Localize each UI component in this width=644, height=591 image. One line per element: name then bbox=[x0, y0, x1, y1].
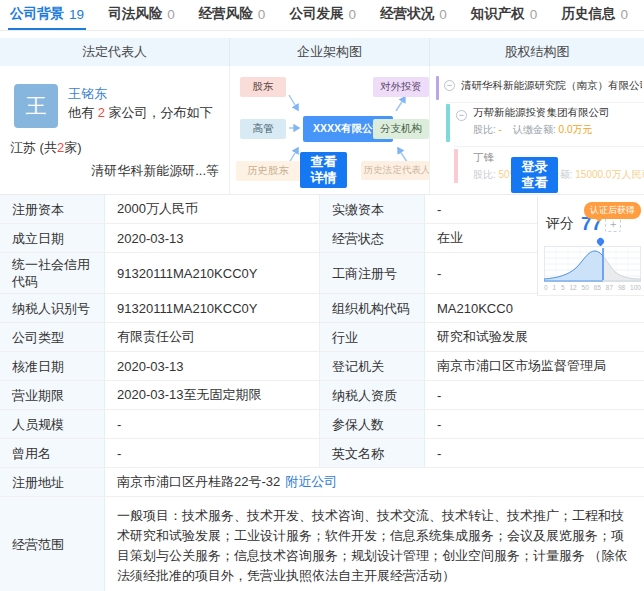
tab-count: 0 bbox=[530, 7, 538, 22]
tab-operating-risk[interactable]: 经营风险 0 bbox=[197, 0, 268, 30]
equity-child-name[interactable]: 万帮新能源投资集团有限公司 bbox=[473, 106, 610, 120]
amount-value: 15000.0万人民币 bbox=[575, 169, 644, 180]
score-widget: 认证后获得 评分 77 + 0 bbox=[537, 197, 644, 296]
org-node-executives[interactable]: 高管 bbox=[240, 119, 286, 139]
org-node-outbound-investment[interactable]: 对外投资 bbox=[373, 77, 429, 97]
field-label: 工商注册号 bbox=[320, 253, 425, 294]
field-label: 组织机构代码 bbox=[320, 294, 425, 323]
tab-intellectual-property[interactable]: 知识产权 0 bbox=[469, 0, 540, 30]
equity-root-name[interactable]: 清研华科新能源研究院（南京）有限公司 bbox=[461, 79, 642, 93]
equity-child-detail: 股比: - 认缴金额: 0.0万元 bbox=[473, 123, 593, 137]
equity-child-detail: 股比: 50% 认缴金额: 15000.0万人民币 bbox=[473, 168, 644, 182]
field-label: 纳税人识别号 bbox=[0, 294, 105, 323]
org-chart: 股东 高管 历史股东 XXXX有限公司 对外投资 分支机构 历史法定代表人 查看… bbox=[230, 66, 430, 194]
field-value: 2020-03-13 bbox=[105, 352, 320, 381]
field-label: 登记机关 bbox=[320, 352, 425, 381]
field-label: 人员规模 bbox=[0, 410, 105, 439]
field-label: 参保人数 bbox=[320, 410, 425, 439]
legal-rep-region: 江苏 (共2家) bbox=[0, 139, 229, 157]
field-label: 实缴资本 bbox=[320, 195, 425, 224]
field-label: 行业 bbox=[320, 323, 425, 352]
equity-chart: − 清研华科新能源研究院（南京）有限公司 − 万帮新能源投资集团有限公司 股比:… bbox=[430, 66, 644, 194]
tab-label: 知识产权 bbox=[471, 5, 525, 23]
legal-rep-card: 王 王铭东 他有 2 家公司，分布如下 江苏 (共2家) 清研华科新能源研...… bbox=[0, 66, 230, 194]
org-node-shareholders[interactable]: 股东 bbox=[240, 77, 286, 97]
org-node-history-legal-rep[interactable]: 历史法定代表人 bbox=[361, 161, 430, 180]
avatar: 王 bbox=[14, 84, 58, 128]
field-label: 成立日期 bbox=[0, 224, 105, 253]
tab-label: 公司发展 bbox=[289, 5, 343, 23]
field-label: 统一社会信用代码 bbox=[0, 253, 105, 294]
col-header-org-chart: 企业架构图 bbox=[230, 38, 430, 66]
table-row: 曾用名 - 英文名称 - bbox=[0, 439, 644, 468]
field-value: 南京市浦口区市场监督管理局 bbox=[425, 352, 644, 381]
tab-company-development[interactable]: 公司发展 0 bbox=[287, 0, 358, 30]
field-value: - bbox=[425, 439, 644, 468]
col-header-legal-rep: 法定代表人 bbox=[0, 38, 230, 66]
table-row-address: 注册地址 南京市浦口区丹桂路22号-32 附近公司 bbox=[0, 468, 644, 497]
field-value: - bbox=[425, 410, 644, 439]
collapse-icon[interactable]: − bbox=[444, 80, 455, 91]
equity-child-name[interactable]: 丁锋 bbox=[473, 151, 494, 165]
ratio-value: - bbox=[499, 124, 502, 135]
tab-count: 19 bbox=[69, 7, 84, 22]
tab-operating-status[interactable]: 经营状况 0 bbox=[378, 0, 449, 30]
field-value: - bbox=[105, 439, 320, 468]
login-to-view-button[interactable]: 登录查看 bbox=[511, 157, 558, 193]
field-value: 91320111MA210KCC0Y bbox=[105, 253, 320, 294]
org-node-branches[interactable]: 分支机构 bbox=[373, 119, 429, 139]
certification-badge: 认证后获得 bbox=[584, 202, 641, 219]
business-scope-text: 一般项目：技术服务、技术开发、技术咨询、技术交流、技术转让、技术推广；工程和技术… bbox=[105, 497, 644, 591]
org-node-history-shareholders[interactable]: 历史股东 bbox=[236, 161, 300, 181]
legal-rep-description: 他有 2 家公司，分布如下 bbox=[68, 103, 221, 122]
equity-bar-root bbox=[436, 76, 439, 100]
field-value: 2000万人民币 bbox=[105, 195, 320, 224]
field-label: 纳税人资质 bbox=[320, 381, 425, 410]
field-label: 经营范围 bbox=[0, 497, 105, 591]
equity-bar-child2 bbox=[454, 149, 458, 183]
legal-rep-name-link[interactable]: 王铭东 bbox=[68, 86, 107, 101]
score-distribution-chart bbox=[544, 246, 641, 282]
tab-judicial-risk[interactable]: 司法风险 0 bbox=[106, 0, 177, 30]
table-row: 核准日期 2020-03-13 登记机关 南京市浦口区市场监督管理局 bbox=[0, 352, 644, 381]
field-label: 营业期限 bbox=[0, 381, 105, 410]
tab-count: 0 bbox=[439, 7, 447, 22]
tab-count: 0 bbox=[167, 7, 175, 22]
amount-value: 0.0万元 bbox=[559, 124, 593, 135]
col-header-equity-chart: 股权结构图 bbox=[430, 38, 644, 66]
view-details-button[interactable]: 查看详情 bbox=[300, 152, 347, 188]
tab-count: 0 bbox=[258, 7, 266, 22]
tab-label: 公司背景 bbox=[10, 5, 64, 23]
nearby-companies-link[interactable]: 附近公司 bbox=[285, 473, 337, 491]
field-value: MA210KCC0 bbox=[425, 294, 644, 323]
field-label: 注册资本 bbox=[0, 195, 105, 224]
tab-history-info[interactable]: 历史信息 0 bbox=[559, 0, 630, 30]
tab-company-background[interactable]: 公司背景 19 bbox=[8, 0, 86, 30]
field-value: - bbox=[425, 381, 644, 410]
divider bbox=[446, 102, 644, 103]
field-label: 英文名称 bbox=[320, 439, 425, 468]
background-panel: 法定代表人 企业架构图 股权结构图 王 王铭东 他有 2 家公司，分布如下 江苏… bbox=[0, 38, 644, 591]
table-row: 纳税人识别号 91320111MA210KCC0Y 组织机构代码 MA210KC… bbox=[0, 294, 644, 323]
score-marker-icon bbox=[596, 237, 606, 247]
table-row: 营业期限 2020-03-13至无固定期限 纳税人资质 - bbox=[0, 381, 644, 410]
columns-body: 王 王铭东 他有 2 家公司，分布如下 江苏 (共2家) 清研华科新能源研...… bbox=[0, 66, 644, 195]
section-tabbar: 公司背景 19 司法风险 0 经营风险 0 公司发展 0 经营状况 0 知识产权… bbox=[0, 0, 644, 31]
table-row-scope: 经营范围 一般项目：技术服务、技术开发、技术咨询、技术交流、技术转让、技术推广；… bbox=[0, 497, 644, 591]
field-value: 91320111MA210KCC0Y bbox=[105, 294, 320, 323]
field-value: 2020-03-13 bbox=[105, 224, 320, 253]
tab-count: 0 bbox=[620, 7, 628, 22]
company-count: 2 bbox=[98, 105, 105, 120]
field-label: 注册地址 bbox=[0, 468, 105, 497]
company-profile-page: 公司背景 19 司法风险 0 经营风险 0 公司发展 0 经营状况 0 知识产权… bbox=[0, 0, 644, 591]
collapse-icon[interactable]: − bbox=[456, 110, 467, 121]
divider bbox=[454, 146, 644, 147]
table-row: 公司类型 有限责任公司 行业 研究和试验发展 bbox=[0, 323, 644, 352]
columns-header: 法定代表人 企业架构图 股权结构图 bbox=[0, 38, 644, 66]
legal-rep-company-list: 清研华科新能源研...等 bbox=[0, 162, 229, 180]
registered-address: 南京市浦口区丹桂路22号-32 bbox=[117, 473, 280, 491]
field-label: 核准日期 bbox=[0, 352, 105, 381]
field-value: 2020-03-13至无固定期限 bbox=[105, 381, 320, 410]
field-label: 公司类型 bbox=[0, 323, 105, 352]
score-axis-ticks: 0 1 5 12 50 65 87 98 100 bbox=[544, 284, 641, 291]
